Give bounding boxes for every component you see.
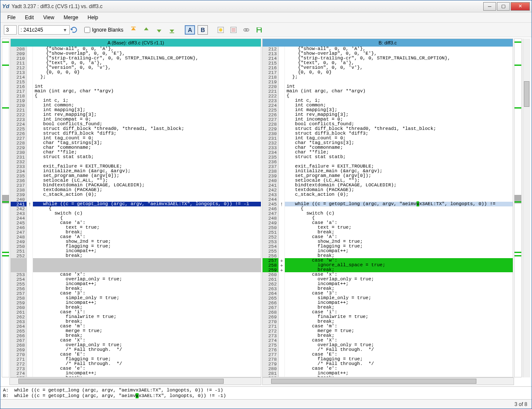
save-button[interactable] bbox=[254, 25, 264, 35]
menu-merge[interactable]: Merge bbox=[59, 13, 83, 22]
compare-b-label: B: bbox=[3, 393, 9, 398]
close-button[interactable]: ✕ bbox=[511, 2, 530, 11]
link-button[interactable] bbox=[241, 25, 251, 35]
svg-point-3 bbox=[219, 28, 223, 32]
hscroll-b[interactable] bbox=[262, 377, 514, 385]
gutter-a: 2082092102112122132142152162172182192202… bbox=[11, 47, 27, 377]
last-diff-button[interactable] bbox=[167, 25, 177, 35]
menubar: File Edit View Merge Help bbox=[0, 12, 532, 23]
window-title: Yadt 3.237 : diff3.c (CVS r1.1) vs. diff… bbox=[12, 3, 483, 9]
status-text: 3 of 8 bbox=[514, 401, 527, 407]
pane-a: A (Base): diff3.c (CVS r1.1) 20820921021… bbox=[10, 38, 261, 377]
overview-strip-left[interactable] bbox=[2, 38, 9, 377]
compare-panel: A: while ((c = getopt_long (argc, argv, … bbox=[0, 386, 532, 399]
overview-strip-right[interactable] bbox=[514, 38, 522, 377]
select-a-button[interactable]: A bbox=[185, 25, 195, 35]
menu-file[interactable]: File bbox=[3, 13, 20, 22]
svg-rect-0 bbox=[131, 26, 136, 27]
app-icon: Yd bbox=[2, 3, 9, 10]
refresh-button[interactable] bbox=[69, 25, 79, 35]
vertical-scrollbar[interactable] bbox=[523, 38, 530, 377]
menu-view[interactable]: View bbox=[39, 13, 59, 22]
svg-rect-1 bbox=[170, 32, 174, 33]
pane-b-title: B: diff3.c bbox=[263, 39, 513, 47]
menu-edit[interactable]: Edit bbox=[21, 13, 38, 22]
ignore-blanks-label: Ignore Blanks bbox=[92, 27, 123, 33]
vscroll-thumb[interactable] bbox=[524, 81, 529, 107]
prev-diff-button[interactable] bbox=[141, 25, 151, 35]
minimize-button[interactable]: ─ bbox=[483, 2, 496, 11]
marks-b: !+++ bbox=[279, 47, 285, 377]
window: Yd Yadt 3.237 : diff3.c (CVS r1.1) vs. d… bbox=[0, 0, 532, 409]
compare-b-post: x3AEL:TX", longopts, 0)) != -1) bbox=[139, 393, 226, 398]
next-diff-button[interactable] bbox=[154, 25, 164, 35]
menu-help[interactable]: Help bbox=[83, 13, 103, 22]
compare-a-label: A: bbox=[3, 388, 9, 393]
select-b-button[interactable]: B bbox=[198, 25, 208, 35]
code-b[interactable]: {"show-all", 0, 0, 'A'}, {"show-overlap"… bbox=[285, 47, 513, 377]
code-a[interactable]: {"show-all", 0, 0, 'A'}, {"show-overlap"… bbox=[33, 47, 261, 377]
highlight-button[interactable] bbox=[216, 25, 226, 35]
marks-a: ! bbox=[27, 47, 33, 377]
diff-number-input[interactable] bbox=[4, 25, 17, 35]
gutter-b: 2122132142152162172182192202212222232242… bbox=[263, 47, 279, 377]
ignore-blanks-checkbox[interactable] bbox=[84, 27, 90, 33]
diff-area: A (Base): diff3.c (CVS r1.1) 20820921021… bbox=[0, 37, 532, 386]
svg-rect-10 bbox=[258, 27, 261, 29]
maximize-button[interactable]: ▢ bbox=[497, 2, 510, 11]
statusbar: 3 of 8 bbox=[0, 399, 532, 409]
compare-a-text: while ((c = getopt_long (argc, argv, "ae… bbox=[12, 388, 223, 393]
dropdown-icon[interactable]: ▾ bbox=[64, 27, 66, 33]
compare-b-pre: while ((c = getopt_long (argc, argv, "ae… bbox=[12, 393, 136, 398]
lines-button[interactable] bbox=[228, 25, 239, 35]
first-diff-button[interactable] bbox=[128, 25, 139, 35]
hscroll-thumb-b[interactable] bbox=[271, 379, 476, 384]
svg-rect-11 bbox=[258, 30, 261, 32]
compare-b-hl: w bbox=[136, 393, 139, 398]
pane-a-title: A (Base): diff3.c (CVS r1.1) bbox=[11, 39, 261, 47]
diff-location-input[interactable] bbox=[18, 25, 70, 35]
titlebar[interactable]: Yd Yadt 3.237 : diff3.c (CVS r1.1) vs. d… bbox=[0, 0, 532, 12]
pane-b: B: diff3.c 21221321421521621721821922022… bbox=[262, 38, 513, 377]
hscroll-thumb-a[interactable] bbox=[18, 379, 224, 384]
toolbar: ▾ Ignore Blanks A B bbox=[0, 23, 532, 37]
hscroll-a[interactable] bbox=[9, 377, 261, 385]
ignore-blanks-check[interactable]: Ignore Blanks bbox=[84, 27, 123, 33]
